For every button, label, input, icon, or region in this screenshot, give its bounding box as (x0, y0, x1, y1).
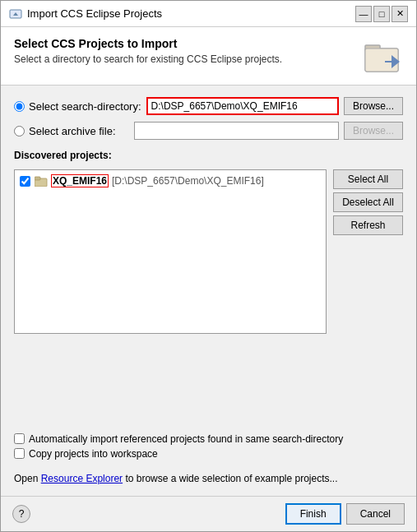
minimize-button[interactable]: — (355, 6, 372, 22)
dialog-body: Select search-directory: Browse... Selec… (1, 86, 416, 496)
auto-import-label: Automatically import referenced projects… (29, 433, 343, 445)
resource-explorer-link[interactable]: Resource Explorer (41, 473, 123, 484)
title-bar-text: Import CCS Eclipse Projects (27, 7, 162, 20)
search-dir-input[interactable] (146, 97, 339, 115)
archive-input[interactable] (134, 122, 339, 140)
archive-radio-label[interactable]: Select archive file: (14, 125, 129, 137)
dialog-header-text: Select CCS Projects to Import Select a d… (14, 37, 282, 65)
search-dir-radio[interactable] (14, 101, 25, 112)
copy-projects-label: Copy projects into workspace (29, 448, 158, 460)
archive-row: Select archive file: Browse... (14, 122, 403, 140)
folder-icon (35, 175, 48, 187)
maximize-button[interactable]: □ (373, 6, 390, 22)
copy-projects-row: Copy projects into workspace (14, 448, 403, 460)
title-bar-controls: — □ ✕ (355, 6, 408, 22)
dialog-title: Select CCS Projects to Import (14, 37, 282, 50)
search-dir-radio-label[interactable]: Select search-directory: (14, 100, 141, 113)
help-button[interactable]: ? (12, 505, 30, 523)
footer-right: Finish Cancel (285, 503, 405, 525)
svg-rect-8 (35, 177, 40, 180)
refresh-button[interactable]: Refresh (333, 215, 403, 235)
footer-left: ? (12, 505, 30, 523)
header-icon (364, 37, 403, 76)
project-path: [D:\DSP_6657\Demo\XQ_EMIF16] (112, 175, 264, 187)
title-bar: Import CCS Eclipse Projects — □ ✕ (1, 1, 416, 27)
import-icon (9, 7, 22, 21)
close-button[interactable]: ✕ (392, 6, 408, 22)
archive-browse-button[interactable]: Browse... (344, 122, 403, 140)
copy-projects-checkbox[interactable] (14, 448, 25, 459)
dialog: Import CCS Eclipse Projects — □ ✕ Select… (0, 0, 417, 532)
discovered-projects-label: Discovered projects: (14, 150, 403, 161)
dialog-header: Select CCS Projects to Import Select a d… (1, 27, 416, 86)
side-buttons: Select All Deselect All Refresh (333, 169, 403, 422)
resource-row: Open Resource Explorer to browse a wide … (14, 473, 403, 484)
folder-import-icon (364, 37, 403, 76)
archive-radio[interactable] (14, 126, 25, 136)
select-all-button[interactable]: Select All (333, 169, 403, 189)
resource-prefix: Open (14, 473, 41, 484)
auto-import-row: Automatically import referenced projects… (14, 433, 403, 445)
project-checkbox[interactable] (20, 176, 30, 187)
projects-list[interactable]: XQ_EMIF16 [D:\DSP_6657\Demo\XQ_EMIF16] (14, 169, 327, 334)
search-dir-browse-button[interactable]: Browse... (344, 97, 403, 115)
dialog-footer: ? Finish Cancel (1, 496, 416, 531)
project-name: XQ_EMIF16 (51, 174, 109, 187)
deselect-all-button[interactable]: Deselect All (333, 192, 403, 212)
project-item-inner: XQ_EMIF16 [D:\DSP_6657\Demo\XQ_EMIF16] (35, 174, 264, 187)
resource-suffix: to browse a wide selection of example pr… (123, 473, 337, 484)
title-bar-left: Import CCS Eclipse Projects (9, 7, 162, 21)
list-item[interactable]: XQ_EMIF16 [D:\DSP_6657\Demo\XQ_EMIF16] (16, 172, 324, 190)
dialog-subtitle: Select a directory to search for existin… (14, 53, 282, 65)
options-section: Automatically import referenced projects… (14, 433, 403, 463)
search-dir-row: Select search-directory: Browse... (14, 97, 403, 115)
finish-button[interactable]: Finish (285, 503, 341, 525)
cancel-button[interactable]: Cancel (346, 503, 405, 525)
projects-area: XQ_EMIF16 [D:\DSP_6657\Demo\XQ_EMIF16] S… (14, 169, 403, 422)
auto-import-checkbox[interactable] (14, 433, 25, 444)
